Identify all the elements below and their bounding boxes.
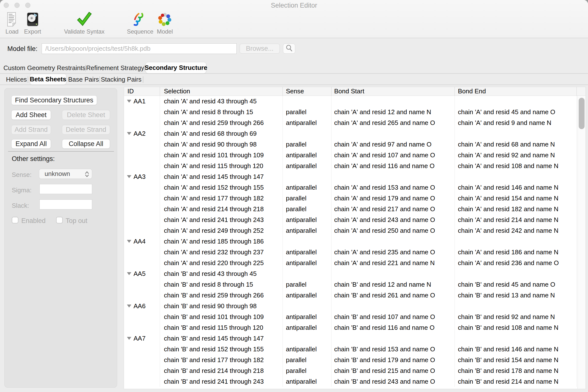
- primary-tab-bar: Custom Geometry Restraints Refinement St…: [0, 63, 588, 74]
- collapse-all-button[interactable]: Collapse All: [62, 139, 110, 149]
- row-bond-start: chain 'B' and resid 107 and name O: [332, 312, 455, 322]
- table-row[interactable]: chain 'B' and resid 8 through 15 paralle…: [124, 279, 586, 290]
- table-row[interactable]: chain 'A' and resid 101 through 109 anti…: [124, 150, 586, 160]
- disclosure-triangle-icon[interactable]: [127, 132, 131, 135]
- vertical-scrollbar[interactable]: [578, 96, 586, 389]
- table-row[interactable]: chain 'A' and resid 8 through 15 paralle…: [124, 106, 586, 117]
- tab-secondary-structure[interactable]: Secondary Structure: [146, 62, 206, 74]
- disclosure-triangle-icon[interactable]: [127, 337, 131, 340]
- toolbar-button-sequence[interactable]: Sequence: [127, 11, 153, 35]
- disclosure-triangle-icon[interactable]: [127, 175, 131, 178]
- disclosure-triangle-icon[interactable]: [127, 304, 131, 308]
- row-id-cell: AA1: [124, 96, 160, 106]
- table-row[interactable]: chain 'A' and resid 214 through 218 para…: [124, 204, 586, 214]
- table-row[interactable]: AA4 chain 'A' and resid 185 through 186: [124, 236, 586, 247]
- scrollbar-thumb[interactable]: [579, 98, 584, 129]
- table-row[interactable]: chain 'A' and resid 177 through 182 para…: [124, 193, 586, 204]
- toolbar-button-export[interactable]: Export: [24, 11, 41, 35]
- sense-label: Sense:: [12, 171, 35, 178]
- row-id-cell: AA4: [124, 236, 160, 247]
- table-row[interactable]: chain 'A' and resid 90 through 98 parall…: [124, 139, 586, 150]
- table-row[interactable]: chain 'A' and resid 220 through 225 anti…: [124, 258, 586, 268]
- table-row[interactable]: chain 'B' and resid 241 through 243 anti…: [124, 376, 586, 387]
- row-sense: antiparallel: [283, 160, 332, 171]
- table-row[interactable]: chain 'B' and resid 101 through 109 anti…: [124, 312, 586, 322]
- sigma-field[interactable]: [40, 184, 92, 194]
- row-selection: chain 'B' and resid 145 through 147: [160, 333, 283, 344]
- toolbar-button-model[interactable]: Model: [157, 11, 173, 35]
- row-sense: [283, 236, 332, 247]
- tab-custom-geometry-restraints[interactable]: Custom Geometry Restraints: [8, 63, 81, 73]
- row-bond-end: chain 'B' and resid 154 and name N: [455, 354, 577, 365]
- disclosure-triangle-icon[interactable]: [127, 100, 131, 103]
- top-out-checkbox[interactable]: [56, 217, 63, 224]
- table-row[interactable]: AA5 chain 'B' and resid 43 through 45: [124, 268, 586, 279]
- row-selection: chain 'A' and resid 241 through 243: [160, 214, 283, 225]
- row-selection: chain 'B' and resid 8 through 15: [160, 279, 283, 290]
- row-bond-end: [455, 300, 577, 312]
- table-row[interactable]: AA6 chain 'B' and resid 90 through 98: [124, 300, 586, 312]
- table-row[interactable]: AA1 chain 'A' and resid 43 through 45: [124, 96, 586, 106]
- row-id-cell: [124, 139, 160, 150]
- table-row[interactable]: chain 'B' and resid 177 through 182 para…: [124, 354, 586, 365]
- search-model-button[interactable]: [283, 44, 295, 54]
- row-bond-end: chain 'B' and resid 92 and name N: [455, 312, 577, 322]
- table-row[interactable]: chain 'A' and resid 115 through 120 anti…: [124, 160, 586, 171]
- enabled-checkbox[interactable]: [12, 217, 18, 224]
- disclosure-triangle-icon[interactable]: [127, 272, 131, 275]
- add-sheet-button[interactable]: Add Sheet: [11, 110, 51, 120]
- slack-field[interactable]: [40, 200, 92, 210]
- table-row[interactable]: chain 'B' and resid 259 through 266 anti…: [124, 290, 586, 300]
- column-header-spacer: [577, 87, 586, 96]
- table-row[interactable]: chain 'A' and resid 259 through 266 anti…: [124, 117, 586, 128]
- row-id-cell: [124, 214, 160, 225]
- row-id-cell: [124, 344, 160, 354]
- row-bond-start: chain 'A' and resid 12 and name N: [332, 106, 455, 117]
- table-row[interactable]: AA2 chain 'A' and resid 68 through 69: [124, 128, 586, 139]
- row-bond-end: chain 'B' and resid 108 and name N: [455, 322, 577, 333]
- tab-helices[interactable]: Helices: [7, 74, 26, 84]
- toolbar-button-validate-syntax[interactable]: Validate Syntax: [64, 11, 104, 35]
- tab-refinement-strategy[interactable]: Refinement Strategy: [89, 63, 141, 73]
- table-row[interactable]: chain 'A' and resid 241 through 243 anti…: [124, 214, 586, 225]
- row-selection: chain 'B' and resid 214 through 218: [160, 365, 283, 376]
- row-sense: [283, 128, 332, 139]
- row-bond-end: chain 'A' and resid 108 and name N: [455, 160, 577, 171]
- tab-beta-sheets[interactable]: Beta Sheets: [30, 74, 66, 85]
- tab-separator: [28, 76, 28, 83]
- row-id-cell: [124, 247, 160, 258]
- row-id-cell: AA6: [124, 300, 160, 312]
- table-row[interactable]: chain 'B' and resid 214 through 218 para…: [124, 365, 586, 376]
- table-row[interactable]: chain 'A' and resid 249 through 252 anti…: [124, 225, 586, 236]
- row-sense: antiparallel: [283, 258, 332, 268]
- row-bond-end: chain 'A' and resid 68 and name N: [455, 139, 577, 150]
- row-sense: antiparallel: [283, 312, 332, 322]
- row-selection: chain 'A' and resid 8 through 15: [160, 106, 283, 117]
- row-selection: chain 'B' and resid 115 through 120: [160, 322, 283, 333]
- row-id-cell: AA7: [124, 333, 160, 344]
- toolbar-button-load[interactable]: Load: [4, 11, 20, 35]
- row-id: AA6: [134, 300, 146, 312]
- row-bond-start: [332, 128, 455, 139]
- tab-stacking-pairs[interactable]: Stacking Pairs: [103, 74, 139, 84]
- tab-base-pairs[interactable]: Base Pairs: [70, 74, 97, 84]
- row-bond-start: chain 'A' and resid 221 and name N: [332, 258, 455, 268]
- expand-all-button[interactable]: Expand All: [11, 139, 51, 149]
- row-bond-start: chain 'B' and resid 12 and name N: [332, 279, 455, 290]
- row-sense: antiparallel: [283, 322, 332, 333]
- table-row[interactable]: chain 'B' and resid 115 through 120 anti…: [124, 322, 586, 333]
- table-row[interactable]: chain 'B' and resid 152 through 155 anti…: [124, 344, 586, 354]
- table-row[interactable]: AA3 chain 'A' and resid 145 through 147: [124, 171, 586, 182]
- find-secondary-structures-button[interactable]: Find Secondary Structures: [11, 95, 97, 105]
- disclosure-triangle-icon[interactable]: [127, 240, 131, 243]
- table-row[interactable]: chain 'A' and resid 232 through 237 anti…: [124, 247, 586, 258]
- row-bond-end: [455, 268, 577, 279]
- row-bond-start: [332, 268, 455, 279]
- row-id: AA4: [134, 236, 146, 247]
- row-id-cell: [124, 354, 160, 365]
- table-row[interactable]: AA7 chain 'B' and resid 145 through 147: [124, 333, 586, 344]
- table-row[interactable]: chain 'A' and resid 152 through 155 anti…: [124, 182, 586, 193]
- sense-dropdown[interactable]: unknown: [39, 169, 92, 179]
- model-file-input[interactable]: [42, 43, 237, 54]
- ribbon-sequence-icon: [132, 11, 148, 28]
